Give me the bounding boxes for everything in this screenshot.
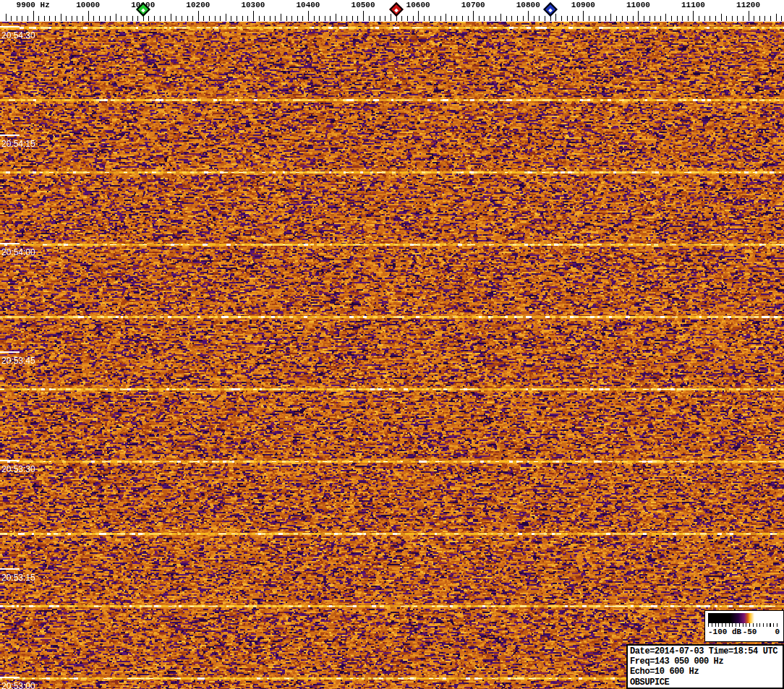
marker-center-dot <box>141 9 145 13</box>
time-tick-dash <box>0 26 20 27</box>
waterfall-spectrogram <box>0 22 784 689</box>
info-echo: Echo=10 600 Hz <box>630 667 783 677</box>
time-tick-dash <box>0 243 20 244</box>
info-box: Date=2014-07-03 Time=18:54 UTC Freq=143 … <box>626 644 784 689</box>
time-tick-label: 20:54:15 <box>1 139 35 149</box>
time-tick-dash <box>0 351 20 353</box>
colorbar-ticks <box>708 623 780 627</box>
colorbar-label-min: -100 dB <box>708 628 741 636</box>
time-tick-dash <box>0 460 20 461</box>
colorbar-label-mid: -50 <box>743 628 757 636</box>
time-tick-label: 20:53:30 <box>1 464 35 474</box>
info-date-time: Date=2014-07-03 Time=18:54 UTC <box>630 646 783 656</box>
time-tick-label: 20:53:15 <box>1 573 35 583</box>
spectrogram-screen: 9900 Hz100001010010200103001040010500106… <box>0 0 784 689</box>
time-tick-label: 20:54:30 <box>1 30 35 40</box>
colorbar-legend: -100 dB -50 0 <box>704 610 784 642</box>
colorbar-gradient <box>708 613 780 623</box>
colorbar-label-max: 0 <box>775 628 780 636</box>
time-tick-dash <box>0 134 20 136</box>
time-tick-label: 20:53:45 <box>1 356 35 366</box>
marker-center-dot <box>548 9 553 13</box>
time-tick-dash <box>0 568 20 570</box>
time-tick-label: 20:54:00 <box>1 247 35 257</box>
time-tick-dash <box>0 677 20 678</box>
freq-tick-label: 11200 <box>712 1 784 9</box>
colorbar-labels: -100 dB -50 0 <box>705 628 783 639</box>
info-frequency: Freq=143 050 000 Hz <box>630 656 783 667</box>
marker-center-dot <box>394 9 399 13</box>
time-tick-label: 20:53:00 <box>1 681 35 689</box>
info-station: OBSUPICE <box>630 677 783 688</box>
